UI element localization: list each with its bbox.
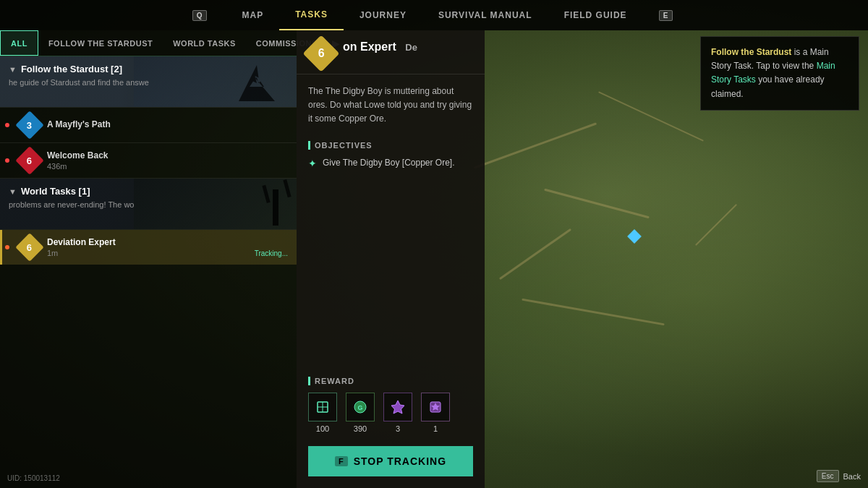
map-road <box>522 299 664 326</box>
tooltip-highlight: Follow the Stardust <box>711 47 791 57</box>
reward-count-item1: 3 <box>396 424 400 433</box>
quest-group-follow-stardust[interactable]: ▼ Follow the Stardust [2] he guide of St… <box>0 56 297 107</box>
reward-count-item2: 1 <box>433 424 438 433</box>
reward-icon-item1 <box>383 393 412 421</box>
quest-info-welcome: Welcome Back 436m <box>47 150 288 171</box>
nav-key-q: Q <box>192 10 208 21</box>
svg-marker-5 <box>391 401 404 414</box>
quest-item-mayflys-path[interactable]: 3 A Mayfly's Path <box>0 108 297 142</box>
tab-bar: ALL FOLLOW THE STARDUST WORLD TASKS COMM… <box>0 30 297 56</box>
esc-area[interactable]: Esc Back <box>817 470 861 482</box>
quest-group-world-tasks-desc: problems are never-ending! The wo <box>9 200 134 210</box>
reward-items: 100 G 390 3 <box>308 393 473 433</box>
detail-description: The The Digby Boy is muttering about ore… <box>308 85 473 127</box>
collapse-arrow-world: ▼ <box>9 187 17 196</box>
scene-image-world <box>134 179 297 229</box>
quest-item-welcome-back[interactable]: 6 Welcome Back 436m <box>0 143 297 178</box>
top-navigation: Q MAP TASKS JOURNEY SURVIVAL MANUAL FIEL… <box>0 0 868 30</box>
left-panel: ALL FOLLOW THE STARDUST WORLD TASKS COMM… <box>0 30 297 488</box>
quest-group-follow-stardust-content: ▼ Follow the Stardust [2] he guide of St… <box>9 64 149 88</box>
detail-badge: 6 <box>303 35 340 72</box>
item2-icon-svg <box>427 399 443 415</box>
stop-tracking-label: STOP TRACKING <box>354 455 446 467</box>
objective-item: ✦ Give The Digby Boy [Copper Ore]. <box>308 157 473 171</box>
esc-label: Back <box>843 472 861 481</box>
detail-subtitle: De <box>405 42 417 53</box>
quest-tracking-label: Tracking... <box>255 249 288 257</box>
collapse-arrow: ▼ <box>9 65 17 74</box>
quest-dot <box>5 123 9 127</box>
reward-label: REWARD <box>308 377 473 385</box>
quest-group-world-tasks-content: ▼ World Tasks [1] problems are never-end… <box>9 186 134 210</box>
quest-dot <box>5 158 9 163</box>
reward-icon-item2 <box>421 393 450 421</box>
map-road <box>499 228 571 280</box>
reward-currency: G 390 <box>346 393 375 433</box>
reward-item1: 3 <box>383 393 412 433</box>
exp-icon-svg <box>315 399 331 415</box>
scene-image-stardust <box>134 56 297 107</box>
reward-icon-exp <box>308 393 337 421</box>
nav-item-e[interactable]: E <box>643 0 692 30</box>
reward-item2: 1 <box>421 393 450 433</box>
nav-item-tasks[interactable]: TASKS <box>279 0 344 30</box>
nav-item-journey[interactable]: JOURNEY <box>344 0 422 30</box>
stop-tracking-button[interactable]: F STOP TRACKING <box>308 446 473 476</box>
info-tooltip: Follow the Stardust is a Main Story Task… <box>700 36 859 111</box>
detail-header: 6 on Expert De <box>297 30 485 74</box>
svg-text:G: G <box>357 404 362 411</box>
nav-key-e: E <box>659 10 673 21</box>
stop-tracking-key: F <box>335 456 348 466</box>
quest-badge-welcome: 6 <box>15 146 44 175</box>
objective-text: Give The Digby Boy [Copper Ore]. <box>323 157 455 169</box>
item1-icon-svg <box>390 399 406 415</box>
quest-name-mayfly: A Mayfly's Path <box>47 119 288 129</box>
quest-name-welcome: Welcome Back <box>47 150 288 160</box>
quest-badge-mayfly: 3 <box>15 111 44 140</box>
quest-badge-deviation: 6 <box>15 233 44 262</box>
quest-info-deviation: Deviation Expert 1m <box>47 237 288 257</box>
quest-item-deviation-expert[interactable]: 6 Deviation Expert 1m Tracking... <box>0 230 297 265</box>
reward-icon-currency: G <box>346 393 375 421</box>
task-list: ▼ Follow the Stardust [2] he guide of St… <box>0 56 297 488</box>
map-road <box>544 189 650 219</box>
objectives-label: OBJECTIVES <box>308 141 473 150</box>
map-marker <box>627 229 642 244</box>
reward-exp: 100 <box>308 393 337 433</box>
tab-all[interactable]: ALL <box>0 30 38 56</box>
map-road <box>695 204 737 246</box>
map-road <box>474 122 597 168</box>
rewards-section: REWARD 100 G <box>297 369 485 440</box>
uid-label: UID: 150013112 <box>7 474 60 482</box>
nav-item-field[interactable]: FIELD GUIDE <box>548 0 643 30</box>
esc-key[interactable]: Esc <box>817 470 839 482</box>
objective-bullet: ✦ <box>308 157 317 171</box>
quest-group-follow-stardust-title: ▼ Follow the Stardust [2] <box>9 64 149 74</box>
quest-group-world-tasks-title: ▼ World Tasks [1] <box>9 186 134 197</box>
quest-group-follow-stardust-desc: he guide of Stardust and find the answe <box>9 77 149 88</box>
quest-meta-welcome: 436m <box>47 162 288 171</box>
quest-name-deviation: Deviation Expert <box>47 237 288 247</box>
tab-world-tasks[interactable]: WORLD TASKS <box>163 30 246 56</box>
reward-count-currency: 390 <box>354 424 367 433</box>
quest-group-world-tasks[interactable]: ▼ World Tasks [1] problems are never-end… <box>0 179 297 229</box>
nav-item-survival[interactable]: SURVIVAL MANUAL <box>422 0 548 30</box>
detail-title: on Expert De <box>343 40 473 53</box>
nav-item-map[interactable]: MAP <box>226 0 279 30</box>
quest-info-mayfly: A Mayfly's Path <box>47 119 288 131</box>
detail-title-area: on Expert De <box>343 40 473 55</box>
quest-dot-active <box>5 245 9 249</box>
quest-meta-deviation: 1m <box>47 249 288 257</box>
currency-icon-svg: G <box>352 399 368 415</box>
detail-body: The The Digby Boy is muttering about ore… <box>297 74 485 369</box>
nav-item-q[interactable]: Q <box>176 0 226 30</box>
reward-count-exp: 100 <box>316 424 329 433</box>
tab-follow-stardust[interactable]: FOLLOW THE STARDUST <box>38 30 163 56</box>
map-road <box>598 91 704 141</box>
detail-panel: 6 on Expert De The The Digby Boy is mutt… <box>297 30 485 488</box>
